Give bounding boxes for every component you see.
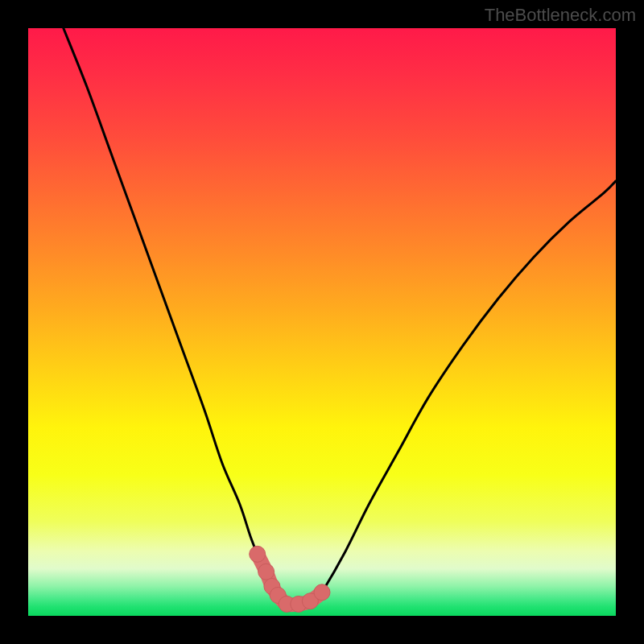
valley-marker [250,546,266,562]
plot-area [28,28,616,616]
outer-frame: TheBottleneck.com [0,0,644,644]
valley-marker [314,584,330,601]
right-arm-curve [313,181,616,605]
curve-overlay [28,28,616,616]
valley-marker [258,564,275,580]
left-arm-curve [64,28,284,604]
watermark-text: TheBottleneck.com [485,5,636,26]
